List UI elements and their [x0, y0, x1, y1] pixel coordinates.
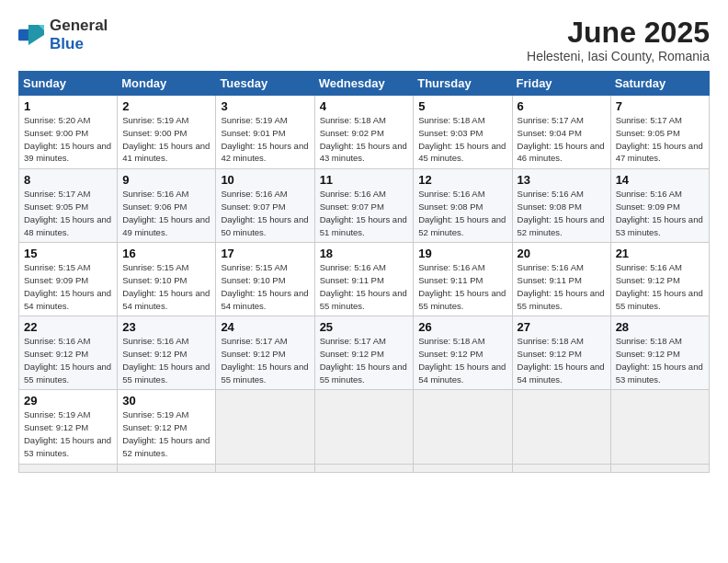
day-number: 5 [418, 99, 506, 113]
day-info: Sunrise: 5:18 AMSunset: 9:02 PMDaylight:… [320, 114, 409, 165]
day-info: Sunrise: 5:18 AMSunset: 9:12 PMDaylight:… [418, 335, 506, 385]
logo-icon [18, 25, 44, 45]
day-number: 7 [616, 99, 704, 113]
table-row: 18 Sunrise: 5:16 AMSunset: 9:11 PMDaylig… [314, 243, 414, 316]
table-row: 29 Sunrise: 5:19 AMSunset: 9:12 PMDaylig… [19, 390, 118, 464]
logo: General Blue [18, 17, 108, 53]
location-title: Helesteni, Iasi County, Romania [527, 49, 710, 63]
calendar-week-row [19, 464, 710, 472]
table-row [216, 464, 314, 472]
table-row: 22 Sunrise: 5:16 AMSunset: 9:12 PMDaylig… [19, 316, 118, 390]
day-info: Sunrise: 5:16 AMSunset: 9:11 PMDaylight:… [320, 261, 409, 312]
day-info: Sunrise: 5:17 AMSunset: 9:05 PMDaylight:… [616, 114, 704, 165]
table-row: 5 Sunrise: 5:18 AMSunset: 9:03 PMDayligh… [414, 96, 512, 169]
day-info: Sunrise: 5:15 AMSunset: 9:10 PMDaylight:… [221, 261, 309, 312]
calendar-header-row: Sunday Monday Tuesday Wednesday Thursday… [19, 72, 710, 96]
day-number: 30 [122, 394, 210, 408]
day-number: 1 [24, 99, 112, 113]
table-row: 6 Sunrise: 5:17 AMSunset: 9:04 PMDayligh… [512, 96, 610, 169]
day-info: Sunrise: 5:19 AMSunset: 9:12 PMDaylight:… [122, 408, 210, 459]
day-info: Sunrise: 5:16 AMSunset: 9:12 PMDaylight:… [616, 261, 704, 312]
table-row: 13 Sunrise: 5:16 AMSunset: 9:08 PMDaylig… [512, 169, 610, 243]
day-info: Sunrise: 5:16 AMSunset: 9:08 PMDaylight:… [518, 188, 606, 238]
day-number: 4 [320, 99, 409, 113]
table-row: 12 Sunrise: 5:16 AMSunset: 9:08 PMDaylig… [414, 169, 512, 243]
title-block: June 2025 Helesteni, Iasi County, Romani… [527, 17, 710, 63]
th-saturday: Saturday [610, 72, 709, 96]
table-row: 10 Sunrise: 5:16 AMSunset: 9:07 PMDaylig… [216, 169, 314, 243]
day-info: Sunrise: 5:16 AMSunset: 9:11 PMDaylight:… [518, 261, 606, 312]
calendar-week-row: 8 Sunrise: 5:17 AMSunset: 9:05 PMDayligh… [19, 169, 710, 243]
table-row: 19 Sunrise: 5:16 AMSunset: 9:11 PMDaylig… [414, 243, 512, 316]
th-tuesday: Tuesday [216, 72, 314, 96]
table-row [512, 390, 610, 464]
table-row: 8 Sunrise: 5:17 AMSunset: 9:05 PMDayligh… [19, 169, 118, 243]
table-row: 14 Sunrise: 5:16 AMSunset: 9:09 PMDaylig… [610, 169, 709, 243]
th-monday: Monday [118, 72, 216, 96]
table-row: 4 Sunrise: 5:18 AMSunset: 9:02 PMDayligh… [314, 96, 414, 169]
table-row: 7 Sunrise: 5:17 AMSunset: 9:05 PMDayligh… [610, 96, 709, 169]
day-number: 18 [320, 247, 409, 260]
logo-blue: Blue [50, 35, 84, 52]
table-row: 1 Sunrise: 5:20 AMSunset: 9:00 PMDayligh… [19, 96, 118, 169]
day-info: Sunrise: 5:16 AMSunset: 9:07 PMDaylight:… [221, 188, 309, 238]
table-row: 16 Sunrise: 5:15 AMSunset: 9:10 PMDaylig… [118, 243, 216, 316]
day-info: Sunrise: 5:19 AMSunset: 9:00 PMDaylight:… [122, 114, 210, 165]
calendar-week-row: 29 Sunrise: 5:19 AMSunset: 9:12 PMDaylig… [19, 390, 710, 464]
day-number: 21 [616, 247, 704, 260]
day-info: Sunrise: 5:17 AMSunset: 9:05 PMDaylight:… [24, 188, 112, 238]
table-row [414, 390, 512, 464]
calendar-table: Sunday Monday Tuesday Wednesday Thursday… [18, 71, 710, 472]
table-row: 9 Sunrise: 5:16 AMSunset: 9:06 PMDayligh… [118, 169, 216, 243]
day-number: 13 [518, 173, 606, 187]
th-thursday: Thursday [414, 72, 512, 96]
table-row: 28 Sunrise: 5:18 AMSunset: 9:12 PMDaylig… [610, 316, 709, 390]
day-info: Sunrise: 5:16 AMSunset: 9:08 PMDaylight:… [418, 188, 506, 238]
month-title: June 2025 [527, 17, 710, 49]
day-info: Sunrise: 5:15 AMSunset: 9:10 PMDaylight:… [122, 261, 210, 312]
day-number: 24 [221, 320, 309, 334]
day-number: 2 [122, 99, 210, 113]
day-info: Sunrise: 5:17 AMSunset: 9:12 PMDaylight:… [221, 335, 309, 385]
day-info: Sunrise: 5:19 AMSunset: 9:01 PMDaylight:… [221, 114, 309, 165]
th-wednesday: Wednesday [314, 72, 414, 96]
day-number: 28 [616, 320, 704, 334]
day-number: 10 [221, 173, 309, 187]
header-row: General Blue June 2025 Helesteni, Iasi C… [18, 17, 710, 63]
day-info: Sunrise: 5:18 AMSunset: 9:12 PMDaylight:… [616, 335, 704, 385]
table-row: 20 Sunrise: 5:16 AMSunset: 9:11 PMDaylig… [512, 243, 610, 316]
table-row: 27 Sunrise: 5:18 AMSunset: 9:12 PMDaylig… [512, 316, 610, 390]
day-number: 29 [24, 394, 112, 408]
logo-general: General [50, 17, 108, 34]
calendar-week-row: 15 Sunrise: 5:15 AMSunset: 9:09 PMDaylig… [19, 243, 710, 316]
day-number: 17 [221, 247, 309, 260]
day-number: 14 [616, 173, 704, 187]
table-row: 17 Sunrise: 5:15 AMSunset: 9:10 PMDaylig… [216, 243, 314, 316]
table-row: 25 Sunrise: 5:17 AMSunset: 9:12 PMDaylig… [314, 316, 414, 390]
table-row: 2 Sunrise: 5:19 AMSunset: 9:00 PMDayligh… [118, 96, 216, 169]
day-info: Sunrise: 5:20 AMSunset: 9:00 PMDaylight:… [24, 114, 112, 165]
table-row: 24 Sunrise: 5:17 AMSunset: 9:12 PMDaylig… [216, 316, 314, 390]
day-number: 6 [518, 99, 606, 113]
day-info: Sunrise: 5:16 AMSunset: 9:09 PMDaylight:… [616, 188, 704, 238]
day-number: 12 [418, 173, 506, 187]
day-info: Sunrise: 5:16 AMSunset: 9:12 PMDaylight:… [24, 335, 112, 385]
table-row: 23 Sunrise: 5:16 AMSunset: 9:12 PMDaylig… [118, 316, 216, 390]
table-row: 11 Sunrise: 5:16 AMSunset: 9:07 PMDaylig… [314, 169, 414, 243]
table-row: 30 Sunrise: 5:19 AMSunset: 9:12 PMDaylig… [118, 390, 216, 464]
day-number: 3 [221, 99, 309, 113]
day-info: Sunrise: 5:18 AMSunset: 9:12 PMDaylight:… [518, 335, 606, 385]
day-number: 15 [24, 247, 112, 260]
day-number: 11 [320, 173, 409, 187]
table-row [216, 390, 314, 464]
th-friday: Friday [512, 72, 610, 96]
logo-text: General Blue [50, 17, 108, 53]
table-row: 21 Sunrise: 5:16 AMSunset: 9:12 PMDaylig… [610, 243, 709, 316]
day-number: 8 [24, 173, 112, 187]
th-sunday: Sunday [19, 72, 118, 96]
day-info: Sunrise: 5:17 AMSunset: 9:04 PMDaylight:… [518, 114, 606, 165]
table-row [512, 464, 610, 472]
calendar-week-row: 22 Sunrise: 5:16 AMSunset: 9:12 PMDaylig… [19, 316, 710, 390]
day-number: 23 [122, 320, 210, 334]
day-number: 19 [418, 247, 506, 260]
